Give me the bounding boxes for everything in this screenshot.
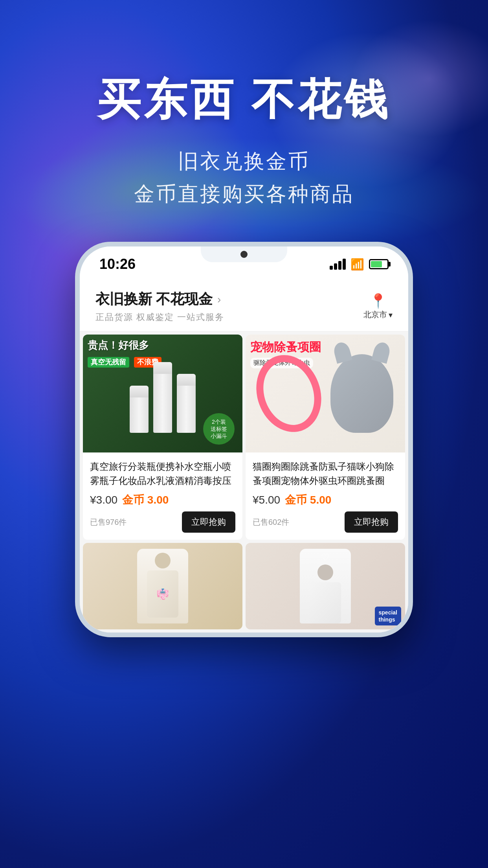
product-card-2: 宠物除蚤项圈 驱除爱宠体外寄生虫 猫圈狗圈除跳蚤防虱子猫咪小狗除蚤项圈宠物体外驱…: [246, 335, 405, 540]
sold-count-1: 已售976件: [90, 517, 127, 528]
hero-subtitle: 旧衣兑换金币 金币直接购买各种商品: [134, 145, 354, 210]
figure-head: [155, 553, 171, 568]
figure-head-2: [317, 565, 333, 580]
price-original-1: ¥3.00: [90, 494, 117, 506]
product-name-1: 真空旅行分装瓶便携补水空瓶小喷雾瓶子化妆品水乳液酒精消毒按压: [90, 460, 235, 488]
clothing-top: 👘: [147, 570, 178, 618]
product-info-1: 真空旅行分装瓶便携补水空瓶小喷雾瓶子化妆品水乳液酒精消毒按压 ¥3.00 金币 …: [83, 452, 242, 540]
heart-icon: ♡: [321, 552, 330, 563]
clothing-figure-1: 👘: [137, 549, 188, 623]
action-row-2: 已售602件 立即抢购: [253, 511, 398, 533]
app-header-subtitle: 正品货源 权威鉴定 一站式服务: [95, 311, 224, 323]
bottle-3: [177, 374, 196, 433]
status-icons: 📶: [330, 258, 389, 271]
price-coin-1: 金币 3.00: [122, 493, 169, 508]
page-content: 买东西 不花钱 旧衣兑换金币 金币直接购买各种商品 10:26: [0, 0, 488, 637]
battery-icon: [369, 259, 389, 269]
product-image-1: 贵点！好很多 真空无残留 不浪费: [83, 335, 242, 452]
product-grid: 贵点！好很多 真空无残留 不浪费: [80, 331, 408, 543]
tag-vacuum: 真空无残留: [88, 357, 129, 368]
phone-mockup: 10:26 📶: [0, 242, 488, 637]
time-display: 10:26: [99, 256, 136, 272]
app-header-title: 衣旧换新 不花现金: [95, 290, 213, 309]
product-info-2: 猫圈狗圈除跳蚤防虱子猫咪小狗除蚤项圈宠物体外驱虫环圈跳蚤圈 ¥5.00 金币 5…: [246, 452, 405, 540]
price-row-2: ¥5.00 金币 5.00: [253, 493, 398, 508]
header-arrow-icon: ›: [217, 293, 221, 306]
price-row-1: ¥3.00 金币 3.00: [90, 493, 235, 508]
product-badge-1: 贵点！好很多 真空无残留 不浪费: [88, 339, 161, 368]
product-image-2: 宠物除蚤项圈 驱除爱宠体外寄生虫: [246, 335, 405, 452]
cat-visual: [327, 338, 397, 449]
camera-dot: [240, 251, 248, 258]
circle-badge-1: 2个装 送标签 小漏斗: [203, 413, 235, 445]
product-card-1: 贵点！好很多 真空无残留 不浪费: [83, 335, 242, 540]
location-area[interactable]: 📍 北京市 ▾: [363, 293, 393, 320]
bottom-products: 👘 ♡ special special things things: [80, 543, 408, 633]
wifi-icon: 📶: [350, 258, 364, 271]
hero-main-title: 买东西 不花钱: [97, 71, 391, 129]
clothing-top-2: [310, 582, 341, 623]
location-pin-icon: 📍: [369, 293, 387, 309]
price-original-2: ¥5.00: [253, 494, 280, 506]
clothing-figure-2: ♡: [300, 549, 351, 623]
bottle-2: [153, 362, 172, 433]
header-left: 衣旧换新 不花现金 › 正品货源 权威鉴定 一站式服务: [95, 290, 224, 323]
bottles-visual: [130, 362, 196, 433]
battery-fill: [371, 261, 382, 267]
badge-text-1: 贵点！好很多: [88, 339, 161, 351]
sold-count-2: 已售602件: [253, 517, 289, 528]
product-name-2: 猫圈狗圈除跳蚤防虱子猫咪小狗除蚤项圈宠物体外驱虫环圈跳蚤圈: [253, 460, 398, 488]
header-title-row[interactable]: 衣旧换新 不花现金 ›: [95, 290, 224, 309]
notch: [201, 246, 287, 262]
buy-button-2[interactable]: 立即抢购: [345, 511, 398, 533]
status-bar: 10:26 📶: [80, 246, 408, 282]
price-coin-2: 金币 5.00: [285, 493, 331, 508]
bottom-product-img-1[interactable]: 👘: [83, 543, 242, 629]
action-row-1: 已售976件 立即抢购: [90, 511, 235, 533]
phone-frame: 10:26 📶: [75, 242, 413, 637]
bottle-1: [130, 386, 149, 433]
badge-title-2: 宠物除蚤项圈: [250, 339, 321, 355]
location-text: 北京市 ▾: [363, 309, 393, 320]
cat-shape: [330, 354, 393, 433]
bottom-product-img-2[interactable]: ♡ special special things things: [246, 543, 405, 629]
signal-icon: [330, 259, 346, 270]
badge-tags-1: 真空无残留 不浪费: [88, 354, 161, 368]
app-header: 衣旧换新 不花现金 › 正品货源 权威鉴定 一站式服务 📍 北京市 ▾: [80, 282, 408, 331]
buy-button-1[interactable]: 立即抢购: [182, 511, 235, 533]
special-things-badge: special special things things: [375, 607, 401, 625]
